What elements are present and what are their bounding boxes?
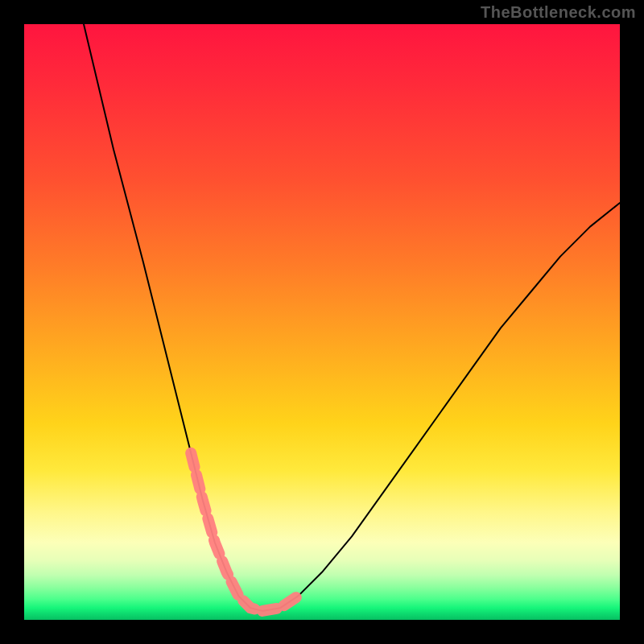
attribution-text: TheBottleneck.com [481, 3, 636, 22]
plot-area [24, 24, 620, 620]
chart-frame: TheBottleneck.com [0, 0, 644, 644]
bottleneck-curve [24, 24, 620, 620]
curve-line [84, 24, 620, 611]
optimal-range-markers [191, 453, 298, 611]
